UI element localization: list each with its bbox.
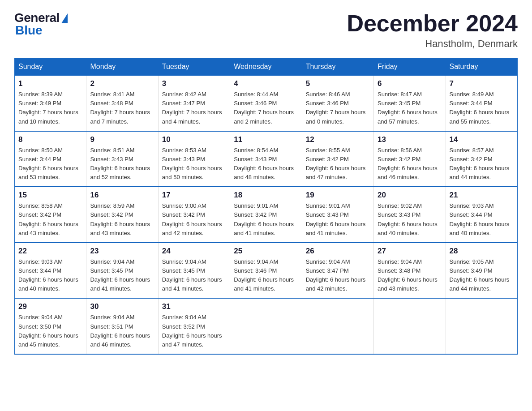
logo: General Blue [14, 11, 68, 38]
day-info: Sunrise: 8:44 AMSunset: 3:46 PMDaylight:… [234, 91, 294, 124]
day-info: Sunrise: 9:03 AMSunset: 3:44 PMDaylight:… [18, 258, 78, 292]
day-info: Sunrise: 9:05 AMSunset: 3:49 PMDaylight:… [450, 258, 510, 292]
week-row-3: 15Sunrise: 8:58 AMSunset: 3:42 PMDayligh… [15, 187, 518, 243]
calendar-cell: 4Sunrise: 8:44 AMSunset: 3:46 PMDaylight… [230, 76, 302, 131]
day-info: Sunrise: 9:04 AMSunset: 3:50 PMDaylight:… [18, 314, 78, 347]
calendar-cell: 21Sunrise: 9:03 AMSunset: 3:44 PMDayligh… [446, 187, 517, 243]
day-number: 2 [90, 79, 154, 88]
day-info: Sunrise: 8:56 AMSunset: 3:42 PMDaylight:… [378, 147, 438, 180]
day-number: 3 [162, 79, 226, 88]
calendar-cell: 18Sunrise: 9:01 AMSunset: 3:42 PMDayligh… [230, 187, 302, 243]
calendar-cell: 16Sunrise: 8:59 AMSunset: 3:42 PMDayligh… [86, 187, 158, 243]
calendar-cell: 9Sunrise: 8:51 AMSunset: 3:43 PMDaylight… [86, 131, 158, 187]
day-number: 27 [378, 247, 442, 256]
day-number: 14 [450, 135, 514, 144]
calendar-cell: 28Sunrise: 9:05 AMSunset: 3:49 PMDayligh… [446, 243, 517, 299]
calendar-cell: 2Sunrise: 8:41 AMSunset: 3:48 PMDaylight… [86, 76, 158, 131]
day-number: 20 [378, 191, 442, 200]
day-number: 15 [18, 191, 82, 200]
header-thursday: Thursday [302, 58, 373, 76]
calendar-cell: 20Sunrise: 9:02 AMSunset: 3:43 PMDayligh… [374, 187, 446, 243]
day-info: Sunrise: 8:47 AMSunset: 3:45 PMDaylight:… [378, 91, 438, 124]
day-info: Sunrise: 8:53 AMSunset: 3:43 PMDaylight:… [162, 147, 222, 180]
day-info: Sunrise: 9:01 AMSunset: 3:42 PMDaylight:… [234, 202, 294, 236]
header-tuesday: Tuesday [158, 58, 230, 76]
header-monday: Monday [86, 58, 158, 76]
day-info: Sunrise: 8:46 AMSunset: 3:46 PMDaylight:… [306, 91, 366, 124]
day-info: Sunrise: 8:42 AMSunset: 3:47 PMDaylight:… [162, 91, 222, 124]
calendar-cell: 10Sunrise: 8:53 AMSunset: 3:43 PMDayligh… [158, 131, 230, 187]
day-info: Sunrise: 9:04 AMSunset: 3:46 PMDaylight:… [234, 258, 294, 292]
day-number: 26 [306, 247, 370, 256]
day-info: Sunrise: 8:59 AMSunset: 3:42 PMDaylight:… [90, 202, 150, 236]
day-info: Sunrise: 8:41 AMSunset: 3:48 PMDaylight:… [90, 91, 150, 124]
day-info: Sunrise: 8:55 AMSunset: 3:42 PMDaylight:… [306, 147, 366, 180]
day-number: 22 [18, 247, 82, 256]
week-row-2: 8Sunrise: 8:50 AMSunset: 3:44 PMDaylight… [15, 131, 518, 187]
day-number: 1 [18, 79, 82, 88]
week-row-4: 22Sunrise: 9:03 AMSunset: 3:44 PMDayligh… [15, 243, 518, 299]
day-number: 21 [450, 191, 514, 200]
calendar-cell: 24Sunrise: 9:04 AMSunset: 3:45 PMDayligh… [158, 243, 230, 299]
day-info: Sunrise: 9:04 AMSunset: 3:47 PMDaylight:… [306, 258, 366, 292]
calendar-cell: 19Sunrise: 9:01 AMSunset: 3:43 PMDayligh… [302, 187, 373, 243]
day-info: Sunrise: 9:04 AMSunset: 3:48 PMDaylight:… [378, 258, 438, 292]
day-info: Sunrise: 8:49 AMSunset: 3:44 PMDaylight:… [450, 91, 510, 124]
title-section: December 2024 Hanstholm, Denmark [347, 11, 518, 50]
calendar-cell: 26Sunrise: 9:04 AMSunset: 3:47 PMDayligh… [302, 243, 373, 299]
day-info: Sunrise: 9:00 AMSunset: 3:42 PMDaylight:… [162, 202, 222, 236]
calendar-cell: 1Sunrise: 8:39 AMSunset: 3:49 PMDaylight… [15, 76, 86, 131]
day-number: 25 [234, 247, 298, 256]
day-number: 19 [306, 191, 370, 200]
calendar-cell: 12Sunrise: 8:55 AMSunset: 3:42 PMDayligh… [302, 131, 373, 187]
day-info: Sunrise: 9:02 AMSunset: 3:43 PMDaylight:… [378, 202, 438, 236]
day-number: 10 [162, 135, 226, 144]
calendar-cell: 6Sunrise: 8:47 AMSunset: 3:45 PMDaylight… [374, 76, 446, 131]
calendar-cell: 8Sunrise: 8:50 AMSunset: 3:44 PMDaylight… [15, 131, 86, 187]
day-info: Sunrise: 8:57 AMSunset: 3:42 PMDaylight:… [450, 147, 510, 180]
day-number: 31 [162, 302, 226, 311]
calendar-cell: 29Sunrise: 9:04 AMSunset: 3:50 PMDayligh… [15, 298, 86, 354]
day-info: Sunrise: 9:01 AMSunset: 3:43 PMDaylight:… [306, 202, 366, 236]
day-number: 5 [306, 79, 370, 88]
day-info: Sunrise: 8:58 AMSunset: 3:42 PMDaylight:… [18, 202, 78, 236]
day-info: Sunrise: 9:03 AMSunset: 3:44 PMDaylight:… [450, 202, 510, 236]
day-number: 7 [450, 79, 514, 88]
calendar-cell: 3Sunrise: 8:42 AMSunset: 3:47 PMDaylight… [158, 76, 230, 131]
day-number: 24 [162, 247, 226, 256]
header-sunday: Sunday [15, 58, 86, 76]
calendar-header-row: SundayMondayTuesdayWednesdayThursdayFrid… [15, 58, 518, 76]
logo-blue-text: Blue [15, 23, 43, 38]
day-number: 8 [18, 135, 82, 144]
calendar-cell [302, 298, 373, 354]
day-info: Sunrise: 9:04 AMSunset: 3:52 PMDaylight:… [162, 314, 222, 347]
calendar-cell: 15Sunrise: 8:58 AMSunset: 3:42 PMDayligh… [15, 187, 86, 243]
day-number: 18 [234, 191, 298, 200]
week-row-1: 1Sunrise: 8:39 AMSunset: 3:49 PMDaylight… [15, 76, 518, 131]
calendar-cell: 22Sunrise: 9:03 AMSunset: 3:44 PMDayligh… [15, 243, 86, 299]
week-row-5: 29Sunrise: 9:04 AMSunset: 3:50 PMDayligh… [15, 298, 518, 354]
logo-triangle-icon [61, 13, 68, 23]
day-info: Sunrise: 9:04 AMSunset: 3:45 PMDaylight:… [90, 258, 150, 292]
calendar-cell: 11Sunrise: 8:54 AMSunset: 3:43 PMDayligh… [230, 131, 302, 187]
calendar-cell: 17Sunrise: 9:00 AMSunset: 3:42 PMDayligh… [158, 187, 230, 243]
day-number: 13 [378, 135, 442, 144]
day-number: 23 [90, 247, 154, 256]
day-number: 30 [90, 302, 154, 311]
calendar-table: SundayMondayTuesdayWednesdayThursdayFrid… [14, 58, 518, 355]
day-number: 11 [234, 135, 298, 144]
calendar-cell: 30Sunrise: 9:04 AMSunset: 3:51 PMDayligh… [86, 298, 158, 354]
day-info: Sunrise: 8:51 AMSunset: 3:43 PMDaylight:… [90, 147, 150, 180]
day-number: 29 [18, 302, 82, 311]
day-number: 16 [90, 191, 154, 200]
calendar-cell [446, 298, 517, 354]
day-number: 4 [234, 79, 298, 88]
day-number: 9 [90, 135, 154, 144]
calendar-cell: 25Sunrise: 9:04 AMSunset: 3:46 PMDayligh… [230, 243, 302, 299]
calendar-cell: 14Sunrise: 8:57 AMSunset: 3:42 PMDayligh… [446, 131, 517, 187]
page-header: General Blue December 2024 Hanstholm, De… [14, 11, 518, 50]
header-friday: Friday [374, 58, 446, 76]
day-info: Sunrise: 9:04 AMSunset: 3:45 PMDaylight:… [162, 258, 222, 292]
calendar-cell: 5Sunrise: 8:46 AMSunset: 3:46 PMDaylight… [302, 76, 373, 131]
month-title: December 2024 [347, 11, 518, 36]
